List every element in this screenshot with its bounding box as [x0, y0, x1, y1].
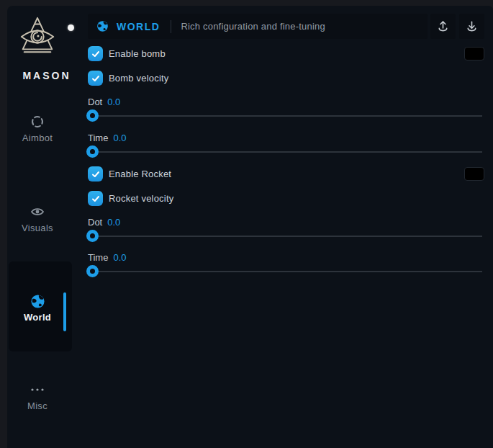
download-button[interactable] [459, 14, 484, 39]
cursor-dot [68, 24, 74, 31]
slider-rocket-time[interactable] [88, 265, 482, 277]
checkbox-rocket-velocity[interactable]: Rocket velocity [88, 191, 173, 206]
sidebar-item-label: World [7, 312, 68, 323]
page-subtitle: Rich configuration and fine-tuning [181, 21, 325, 32]
brand-name: MASON [19, 70, 74, 81]
slider-value-row: Dot 0.0 [88, 216, 120, 228]
app-window: MASON Aimbot Visuals [0, 0, 493, 448]
sidebar-item-misc[interactable]: Misc [7, 382, 68, 411]
page-title: WORLD [117, 21, 160, 32]
sidebar-item-visuals[interactable]: Visuals [7, 204, 68, 233]
rocket-color-swatch[interactable] [464, 167, 484, 181]
slider-track[interactable] [88, 236, 482, 237]
checkbox-label: Rocket velocity [109, 193, 173, 204]
content-area: WORLD Rich configuration and fine-tuning [88, 6, 493, 448]
slider-value: 0.0 [113, 252, 126, 263]
sidebar-item-label: Misc [7, 400, 68, 411]
checkbox-label: Enable Rocket [109, 169, 171, 179]
slider-label: Dot [88, 217, 102, 228]
masonic-eye-icon [17, 15, 58, 57]
slider-value-row: Dot 0.0 [88, 96, 120, 107]
slider-value: 0.0 [107, 217, 120, 228]
checkbox-checked-icon [88, 71, 103, 86]
checkbox-bomb-velocity[interactable]: Bomb velocity [88, 71, 169, 86]
sidebar-item-world[interactable]: World [7, 293, 68, 323]
globe-icon [96, 20, 109, 32]
sidebar-item-label: Visuals [7, 223, 68, 233]
slider-label: Time [88, 133, 108, 143]
slider-thumb[interactable] [86, 145, 99, 158]
check-icon [91, 74, 100, 83]
slider-value: 0.0 [113, 133, 126, 143]
download-icon [465, 19, 479, 33]
slider-value-row: Time 0.0 [88, 132, 126, 143]
checkbox-label: Bomb velocity [109, 73, 169, 84]
slider-thumb[interactable] [86, 265, 99, 277]
eye-icon [7, 204, 68, 220]
sidebar-item-label: Aimbot [7, 133, 68, 143]
slider-track[interactable] [88, 115, 482, 117]
checkbox-enable-bomb[interactable]: Enable bomb [88, 46, 166, 61]
check-icon [91, 194, 100, 203]
slider-bomb-time[interactable] [88, 145, 482, 158]
slider-label: Dot [88, 97, 102, 107]
main-panel: MASON Aimbot Visuals [7, 6, 493, 448]
brand-logo: MASON [17, 15, 58, 57]
check-icon [91, 50, 100, 58]
slider-thumb[interactable] [86, 109, 99, 122]
slider-value-row: Time 0.0 [88, 251, 126, 263]
header-divider [171, 20, 171, 33]
check-icon [91, 170, 100, 179]
upload-button[interactable] [430, 14, 456, 39]
slider-bomb-dot[interactable] [88, 109, 482, 122]
globe-icon [7, 293, 68, 309]
checkbox-checked-icon [88, 46, 103, 61]
upload-icon [436, 19, 450, 33]
slider-rocket-dot[interactable] [88, 230, 482, 242]
slider-value: 0.0 [107, 97, 120, 107]
sidebar: MASON Aimbot Visuals [7, 6, 82, 448]
sidebar-item-aimbot[interactable]: Aimbot [7, 114, 68, 143]
checkbox-enable-rocket[interactable]: Enable Rocket [88, 166, 171, 182]
checkbox-checked-icon [88, 191, 103, 206]
slider-track[interactable] [88, 151, 482, 153]
page-header: WORLD Rich configuration and fine-tuning [88, 14, 428, 39]
crosshair-icon [7, 114, 68, 130]
bomb-color-swatch[interactable] [464, 47, 484, 61]
slider-thumb[interactable] [86, 230, 99, 242]
slider-track[interactable] [88, 271, 482, 272]
checkbox-label: Enable bomb [109, 48, 166, 59]
slider-label: Time [88, 252, 108, 263]
checkbox-checked-icon [88, 166, 103, 182]
ellipsis-icon [7, 382, 68, 398]
